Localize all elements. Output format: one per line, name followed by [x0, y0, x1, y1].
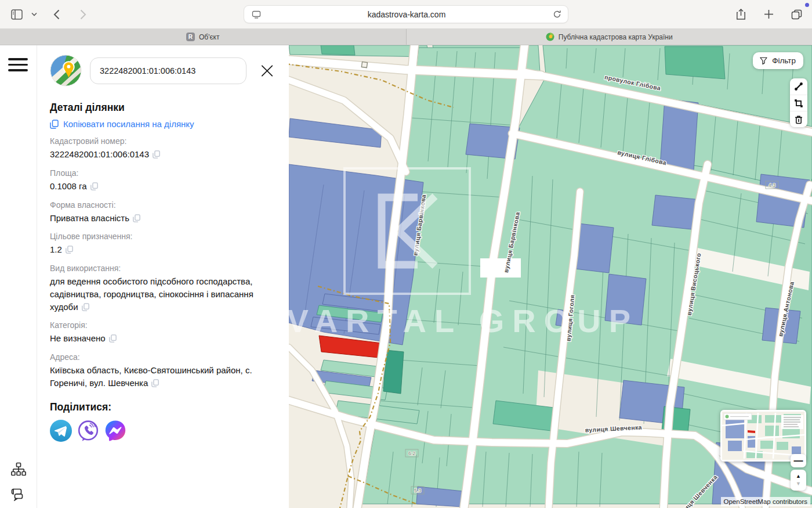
- zone-label-2: 5.3: [414, 488, 421, 493]
- tab-strip: R Об'єкт Публічна кадастрова карта Украї…: [0, 29, 812, 45]
- panel-title: Деталі ділянки: [50, 102, 275, 114]
- zoom-out-button[interactable]: —: [791, 454, 806, 467]
- page-settings-icon[interactable]: [249, 7, 264, 22]
- tab-overview-icon[interactable]: [789, 7, 804, 22]
- sidebar-toggle-icon[interactable]: [9, 7, 24, 22]
- delete-tool-button[interactable]: [790, 111, 807, 127]
- new-tab-icon[interactable]: [761, 7, 776, 22]
- field-purpose: Цільове призначення: 1.2: [50, 232, 275, 256]
- close-icon[interactable]: [259, 63, 275, 79]
- copy-icon[interactable]: [90, 182, 98, 190]
- tab-favicon-r: R: [186, 33, 195, 41]
- zoom-stepper[interactable]: ▲ ▼: [791, 470, 806, 491]
- map-attribution: OpenStreetMap contributors: [721, 497, 810, 506]
- zoom-up-arrow[interactable]: ▲: [796, 473, 801, 480]
- field-usage: Вид використання: для ведення особистого…: [50, 264, 275, 313]
- forward-button[interactable]: [75, 7, 90, 22]
- tab-object[interactable]: R Об'єкт: [0, 29, 406, 45]
- measure-tool-button[interactable]: [790, 78, 807, 95]
- area-select-tool-button[interactable]: [790, 95, 807, 111]
- field-area: Площа: 0.1008 га: [50, 168, 275, 193]
- url-text: kadastrova-karta.com: [264, 10, 549, 19]
- tab-favicon-map: [546, 33, 554, 41]
- messenger-icon[interactable]: [104, 420, 126, 442]
- field-address: Адреса: Київська область, Києво-Святошин…: [50, 352, 275, 390]
- share-icon[interactable]: [733, 7, 748, 22]
- field-cadastral-number: Кадастровий номер: 3222482001:01:006:014…: [50, 136, 275, 161]
- tab-cadastral-map[interactable]: Публічна кадастрова карта України: [406, 29, 812, 45]
- zone-label-3: 4.3: [768, 182, 775, 188]
- copy-icon[interactable]: [109, 334, 117, 343]
- copy-parcel-link[interactable]: Копіювати посилання на ділянку: [50, 119, 275, 129]
- search-input[interactable]: [90, 57, 246, 84]
- menu-icon[interactable]: [8, 58, 28, 71]
- crop-icon: [794, 99, 803, 108]
- parcel-details-panel: Деталі ділянки Копіювати посилання на ді…: [37, 45, 289, 508]
- address-bar[interactable]: kadastrova-karta.com: [244, 5, 568, 23]
- copy-icon[interactable]: [66, 246, 73, 254]
- left-rail: [0, 45, 37, 508]
- viber-icon[interactable]: [77, 420, 99, 442]
- sitemap-icon[interactable]: [11, 462, 26, 477]
- copy-icon[interactable]: [153, 150, 160, 158]
- zone-label-1: 6.2: [408, 451, 415, 456]
- ruler-icon: [794, 82, 803, 91]
- map-toolbar: [790, 78, 807, 127]
- app-logo[interactable]: [50, 55, 82, 87]
- field-category: Категорія: Не визначено: [50, 320, 275, 345]
- notification-dot: [805, 3, 809, 7]
- zoom-control: — ▲ ▼: [791, 454, 806, 491]
- copy-icon[interactable]: [151, 379, 159, 387]
- map-canvas[interactable]: 6.2 5.3 4.3 провулок Глібова вулиця Гліб…: [289, 45, 812, 508]
- zoom-down-arrow[interactable]: ▼: [796, 480, 801, 488]
- telegram-icon[interactable]: [50, 420, 72, 442]
- browser-toolbar: kadastrova-karta.com: [0, 0, 812, 29]
- trash-icon: [794, 115, 803, 124]
- funnel-icon: [759, 56, 768, 65]
- tab-label: Об'єкт: [199, 33, 220, 41]
- copy-icon[interactable]: [82, 303, 89, 311]
- copy-icon: [50, 120, 59, 129]
- field-ownership: Форма власності: Приватна власність: [50, 200, 275, 225]
- chat-icon[interactable]: [11, 487, 26, 501]
- reload-icon[interactable]: [549, 7, 564, 22]
- back-button[interactable]: [49, 7, 64, 22]
- share-title: Поділитися:: [50, 401, 275, 413]
- chevron-down-icon[interactable]: [30, 7, 38, 22]
- tab-label: Публічна кадастрова карта України: [559, 33, 673, 41]
- filter-button[interactable]: Фільтр: [753, 52, 803, 69]
- copy-icon[interactable]: [133, 214, 140, 222]
